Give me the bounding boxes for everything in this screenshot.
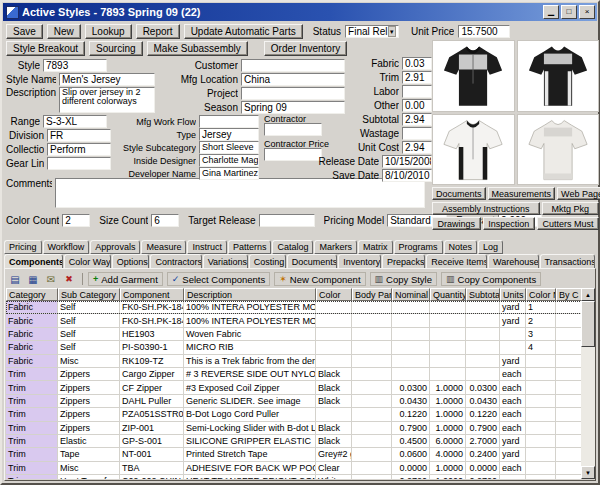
subtotal-input[interactable]: 2.94 (402, 113, 432, 126)
tab-notes[interactable]: Notes (444, 240, 478, 254)
table-row[interactable]: TrimTapeNT-001Printed Stretch TapeGrey#2… (6, 448, 584, 461)
new-component-button[interactable]: ✶New Component (274, 272, 365, 286)
mail-icon[interactable]: ✉ (43, 272, 59, 286)
update-automatic-parts-button[interactable]: Update Automatic Parts (184, 24, 303, 39)
tab-color-way[interactable]: Color Way (64, 254, 111, 269)
table-row[interactable]: FabricMiscRK109-TZThis is a Trek fabric … (6, 355, 584, 368)
tab-log[interactable]: Log (478, 240, 503, 254)
new-button[interactable]: New (47, 24, 81, 39)
wastage-input[interactable] (402, 127, 432, 140)
tab-programs[interactable]: Programs (394, 240, 443, 254)
tab-prepacks[interactable]: Prepacks (382, 254, 425, 269)
column-header-by-c[interactable]: By C (556, 288, 584, 301)
scrollbar-thumb[interactable] (581, 301, 595, 347)
unit-price-input[interactable]: 15.7500 (458, 25, 510, 38)
copy-style-button[interactable]: ▥Copy Style (370, 272, 437, 286)
style-image-front-light[interactable] (432, 114, 515, 186)
tab-warehouse[interactable]: Warehouse (488, 254, 539, 269)
scroll-up-icon[interactable]: ▲ (581, 288, 595, 301)
make-subassembly-button[interactable]: Make Subassembly (147, 41, 248, 56)
type-input[interactable]: Jersey (199, 128, 259, 141)
web-page-button[interactable]: Web Page (557, 187, 600, 200)
range-input[interactable]: S-3-XL (43, 115, 107, 128)
minimize-button[interactable]: ▁ (543, 5, 559, 19)
tab-options[interactable]: Options (112, 254, 150, 269)
add-garment-button[interactable]: +Add Garment (88, 272, 163, 286)
gear-line-input[interactable] (47, 157, 111, 170)
form-view-icon[interactable]: ▤ (7, 272, 23, 286)
tab-variations[interactable]: Variations (203, 254, 248, 269)
lookup-button[interactable]: Lookup (85, 24, 132, 39)
table-row[interactable]: TrimZippersCF Zipper#3 Exposed Coil Zipp… (6, 381, 584, 394)
column-header-component[interactable]: Component (120, 288, 184, 301)
style-image-front-dark[interactable] (432, 40, 515, 112)
column-header-body-part[interactable]: Body Part (352, 288, 392, 301)
tab-workflow[interactable]: Workflow (43, 240, 90, 254)
save-date-input[interactable]: 8/10/2010 2:2 (382, 169, 432, 182)
column-header-units[interactable]: Units (500, 288, 526, 301)
assembly-instructions-button[interactable]: Assembly Instructions (432, 202, 540, 215)
tab-patterns[interactable]: Patterns (228, 240, 272, 254)
column-header-color[interactable]: Color (316, 288, 352, 301)
table-row[interactable]: TrimMiscTBAADHESIVE FOR BACK WP POCKETCl… (6, 462, 584, 475)
table-row[interactable]: TrimZippersDAHL PullerGeneric SLIDER. Se… (6, 395, 584, 408)
fabric-input[interactable]: 0.03 (402, 57, 432, 70)
column-header-sub-category[interactable]: Sub Category (58, 288, 120, 301)
mfg-work-flow-input[interactable] (199, 115, 259, 128)
target-release-input[interactable] (259, 214, 315, 227)
column-header-color-n[interactable]: Color N (526, 288, 556, 301)
description-input[interactable]: Slip over jersey in 2 different colorway… (59, 87, 155, 113)
order-inventory-button[interactable]: Order Inventory (264, 41, 347, 56)
column-header-description[interactable]: Description (184, 288, 316, 301)
column-header-subtotal[interactable]: Subtotal (466, 288, 500, 301)
column-header-quantity[interactable]: Quantity (430, 288, 466, 301)
tab-documents[interactable]: Documents (287, 254, 337, 269)
tab-inventory[interactable]: Inventory (338, 254, 381, 269)
drawings-button[interactable]: Drawings (432, 217, 481, 230)
tab-instruct[interactable]: Instruct (187, 240, 227, 254)
column-header-nominal-co[interactable]: Nominal Co (392, 288, 430, 301)
column-header-category[interactable]: Category (6, 288, 58, 301)
chevron-down-icon[interactable]: ▼ (388, 26, 397, 37)
labor-input[interactable] (402, 85, 432, 98)
style-image-back-dark[interactable] (517, 40, 600, 112)
report-button[interactable]: Report (136, 24, 180, 39)
tab-matrix[interactable]: Matrix (358, 240, 393, 254)
table-row[interactable]: TrimZippersZIP-001Semi-Locking Slider wi… (6, 422, 584, 435)
style-subcategory-input[interactable]: Short Sleeve (199, 141, 259, 154)
delete-icon[interactable]: ✖ (61, 272, 77, 286)
inside-designer-input[interactable]: Charlotte Magee (199, 154, 259, 167)
measurements-button[interactable]: Measurements (488, 187, 556, 200)
vertical-scrollbar[interactable]: ▲ ▼ (581, 288, 595, 479)
table-row[interactable]: TrimZippersCargo Zipper# 3 REVERSE SIDE … (6, 368, 584, 381)
maximize-button[interactable]: □ (561, 5, 577, 19)
style-image-back-light[interactable] (517, 114, 600, 186)
style-input[interactable]: 7893 (43, 59, 107, 72)
table-row[interactable]: FabricSelfFK0-SH.PK-184100% INTERA POLYE… (6, 314, 584, 327)
tab-catalog[interactable]: Catalog (272, 240, 313, 254)
cutters-must-button[interactable]: Cutters Must (537, 217, 599, 230)
contractor-price-input[interactable] (264, 148, 322, 161)
collection-input[interactable]: Perform (47, 143, 111, 156)
tab-components[interactable]: Components (4, 254, 63, 269)
contractor-input[interactable] (264, 123, 322, 136)
save-button[interactable]: Save (6, 24, 43, 39)
unit-cost-input[interactable]: 2.94 (402, 141, 432, 154)
style-breakout-button[interactable]: Style Breakout (6, 41, 85, 56)
close-button[interactable]: × (579, 5, 595, 19)
table-row[interactable]: FabricSelfHE1903Woven Fabric3 (6, 328, 584, 341)
color-count-input[interactable]: 2 (62, 214, 90, 227)
tab-markers[interactable]: Markers (314, 240, 357, 254)
release-date-input[interactable]: 10/15/2008 8: (382, 155, 432, 168)
table-row[interactable]: FabricSelfPI-S0390-1MICRO RIB4 (6, 341, 584, 354)
style-name-input[interactable]: Men's Jersey (59, 73, 155, 86)
documents-button[interactable]: Documents (432, 187, 486, 200)
tab-receive-items[interactable]: Receive Items (426, 254, 487, 269)
size-count-input[interactable]: 6 (151, 214, 179, 227)
select-components-button[interactable]: ✓Select Components (167, 272, 270, 286)
inspection-button[interactable]: Inspection (483, 217, 535, 230)
status-combo[interactable]: Final Rel ▼ (345, 25, 399, 38)
sourcing-button[interactable]: Sourcing (89, 41, 142, 56)
mktg-pkg-button[interactable]: Mktg Pkg (542, 202, 600, 215)
other-input[interactable]: 0.00 (402, 99, 432, 112)
